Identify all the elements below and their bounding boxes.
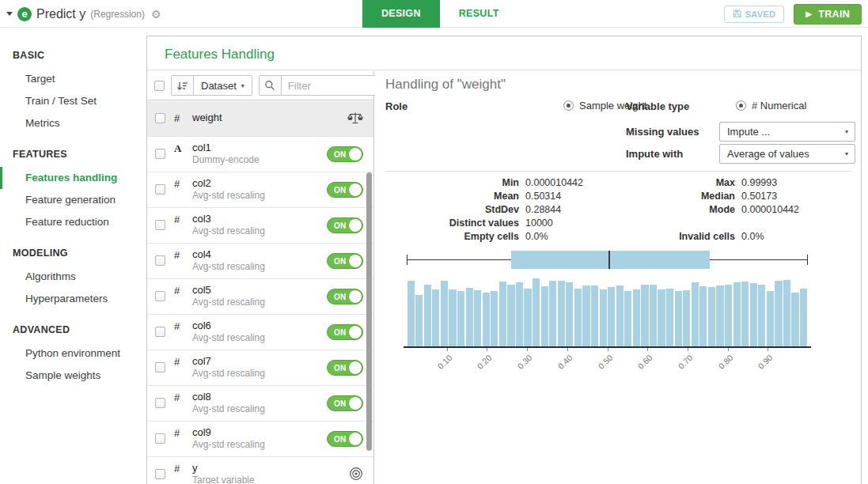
feature-list: #weightAcol1Dummy-encodeON#col2Avg-std r… xyxy=(147,101,373,484)
tab-design[interactable]: DESIGN xyxy=(362,0,440,28)
numeric-type-icon: # xyxy=(174,178,180,190)
numerical-radio[interactable] xyxy=(736,100,746,111)
sidebar-section-basic: BASICTargetTrain / Test SetMetrics xyxy=(0,42,146,134)
histogram-bar xyxy=(582,285,589,346)
sidebar-item-algorithms[interactable]: Algorithms xyxy=(0,266,146,288)
toggle-on[interactable]: ON xyxy=(327,360,363,376)
sidebar-section-modeling: MODELINGAlgorithmsHyperparameters xyxy=(0,240,146,310)
target-variable-icon[interactable] xyxy=(349,467,363,481)
feature-toggle[interactable]: ON xyxy=(327,324,363,343)
feature-row-col8[interactable]: #col8Avg-std rescalingON xyxy=(147,386,373,422)
feature-toggle[interactable]: ON xyxy=(327,395,363,414)
toggle-on[interactable]: ON xyxy=(327,324,363,340)
toggle-on[interactable]: ON xyxy=(327,217,363,233)
feature-checkbox[interactable] xyxy=(155,398,165,408)
sidebar-item-hyperparameters[interactable]: Hyperparameters xyxy=(0,288,146,310)
histogram-bar xyxy=(741,282,749,346)
sidebar-item-feature-reduction[interactable]: Feature reduction xyxy=(0,211,146,233)
feature-row-col6[interactable]: #col6Avg-std rescalingON xyxy=(147,315,373,350)
model-dropdown-caret-icon[interactable] xyxy=(6,12,13,16)
train-button[interactable]: ▶ TRAIN xyxy=(794,4,862,25)
feature-toggle[interactable]: ON xyxy=(327,289,363,308)
numeric-type-icon: # xyxy=(174,320,180,332)
feature-toggle[interactable]: ON xyxy=(327,253,363,272)
sidebar-item-metrics[interactable]: Metrics xyxy=(0,112,146,134)
toggle-on[interactable]: ON xyxy=(327,395,363,411)
text-type-icon: A xyxy=(174,142,181,155)
feature-row-col2[interactable]: #col2Avg-std rescalingON xyxy=(147,172,373,208)
histogram-bar xyxy=(533,278,540,346)
sort-icon xyxy=(176,81,188,91)
feature-checkbox[interactable] xyxy=(155,255,165,266)
feature-toggle[interactable]: ON xyxy=(327,217,363,236)
feature-checkbox[interactable] xyxy=(155,149,165,159)
sidebar-item-train-test-set[interactable]: Train / Test Set xyxy=(0,90,146,112)
feature-checkbox[interactable] xyxy=(155,469,165,479)
impute-with-select[interactable]: Average of values ▾ xyxy=(719,144,855,164)
toggle-knob xyxy=(349,219,362,232)
histogram-bar xyxy=(457,291,464,346)
toggle-on[interactable]: ON xyxy=(327,289,363,304)
histogram-bar xyxy=(591,285,598,346)
feature-row-weight[interactable]: #weight xyxy=(147,101,373,137)
toggle-on[interactable]: ON xyxy=(327,431,363,447)
saved-button[interactable]: SAVED xyxy=(724,6,785,23)
missing-values-select[interactable]: Impute ... ▾ xyxy=(719,122,855,142)
sidebar-item-feature-generation[interactable]: Feature generation xyxy=(0,189,146,211)
histogram-bar xyxy=(558,281,565,346)
toggle-knob xyxy=(349,326,362,338)
tab-result[interactable]: RESULT xyxy=(440,0,518,28)
feature-row-col9[interactable]: #col9Avg-std rescalingON xyxy=(147,422,373,457)
feature-toggle[interactable]: ON xyxy=(327,360,363,379)
feature-row-col1[interactable]: Acol1Dummy-encodeON xyxy=(147,137,373,172)
sidebar-item-features-handling[interactable]: Features handling xyxy=(0,167,146,189)
feature-checkbox[interactable] xyxy=(155,327,165,337)
sort-button[interactable] xyxy=(172,76,194,95)
feature-row-col5[interactable]: #col5Avg-std rescalingON xyxy=(147,279,373,315)
feature-row-y[interactable]: #yTarget variable xyxy=(147,457,373,484)
toggle-on[interactable]: ON xyxy=(327,253,363,269)
feature-toggle[interactable]: ON xyxy=(327,146,363,165)
gear-icon[interactable]: ⚙ xyxy=(151,8,161,21)
boxplot-min-tick xyxy=(407,255,407,265)
feature-checkbox[interactable] xyxy=(155,433,165,444)
feature-row-col3[interactable]: #col3Avg-std rescalingON xyxy=(147,208,373,244)
stat-value: 0.0% xyxy=(741,231,764,242)
feature-checkbox[interactable] xyxy=(155,184,165,195)
handling-panel: Handling of "weight" Role Sample weight … xyxy=(375,71,861,484)
select-all-checkbox[interactable] xyxy=(154,81,165,91)
numeric-type-icon: # xyxy=(174,463,180,475)
stat-label: Mode xyxy=(601,204,735,215)
sample-weight-scale-icon[interactable] xyxy=(347,111,363,125)
feature-checkbox[interactable] xyxy=(155,113,165,123)
sidebar-item-sample-weights[interactable]: Sample weights xyxy=(0,365,146,387)
top-actions: SAVED ▶ TRAIN xyxy=(724,0,862,28)
toggle-on[interactable]: ON xyxy=(327,146,363,162)
dataset-dropdown[interactable]: Dataset ▾ xyxy=(194,80,252,92)
histogram-bar xyxy=(407,281,415,346)
toggle-knob xyxy=(349,148,362,161)
scrollbar-thumb[interactable] xyxy=(366,172,372,451)
feature-row-col4[interactable]: #col4Avg-std rescalingON xyxy=(147,244,373,279)
handling-title: Handling of "weight" xyxy=(385,77,506,93)
histogram-bar xyxy=(524,289,531,346)
sidebar-section-title: ADVANCED xyxy=(0,316,146,342)
histogram-bar xyxy=(507,285,514,346)
feature-handling-subtitle: Avg-std rescaling xyxy=(192,297,265,308)
stat-value: 0.000010442 xyxy=(741,204,799,215)
feature-toggle[interactable]: ON xyxy=(327,182,363,201)
feature-row-col7[interactable]: #col7Avg-std rescalingON xyxy=(147,350,373,386)
feature-toggle[interactable]: ON xyxy=(327,431,363,450)
histogram-bar xyxy=(449,289,456,346)
boxplot-max-tick xyxy=(807,255,808,265)
histogram-bar xyxy=(641,285,648,346)
sample-weight-radio[interactable] xyxy=(563,100,574,111)
sidebar-item-target[interactable]: Target xyxy=(0,68,146,90)
sidebar-item-python-environment[interactable]: Python environment xyxy=(0,342,146,365)
toggle-on[interactable]: ON xyxy=(327,182,363,198)
feature-name: col2 xyxy=(192,177,211,189)
toggle-on-label: ON xyxy=(334,399,347,408)
feature-checkbox[interactable] xyxy=(155,362,165,372)
feature-checkbox[interactable] xyxy=(155,220,165,230)
feature-checkbox[interactable] xyxy=(155,291,165,301)
